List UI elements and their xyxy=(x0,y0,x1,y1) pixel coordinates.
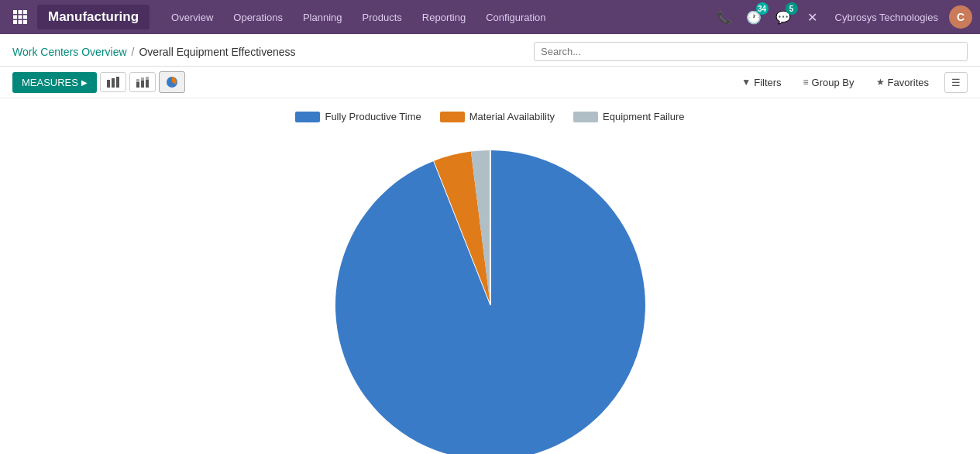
svg-rect-12 xyxy=(136,82,139,88)
search-input[interactable] xyxy=(541,46,961,57)
toolbar-left: MEASURES ▶ xyxy=(12,71,185,93)
star-icon: ★ xyxy=(876,77,885,88)
svg-rect-1 xyxy=(19,10,22,14)
message-badge: 5 xyxy=(786,2,798,15)
legend-label-1: Material Availability xyxy=(469,111,555,122)
svg-rect-4 xyxy=(19,15,22,19)
filters-button[interactable]: ▼ Filters xyxy=(735,73,787,92)
activity-icon[interactable]: 🕐 34 xyxy=(742,5,765,29)
app-brand[interactable]: Manufacturing xyxy=(37,5,150,29)
nav-configuration[interactable]: Configuration xyxy=(478,7,553,28)
top-navigation: Manufacturing Overview Operations Planni… xyxy=(0,0,980,34)
filter-icon: ▼ xyxy=(741,77,751,88)
svg-rect-8 xyxy=(23,20,27,24)
legend-color-2 xyxy=(573,112,598,122)
svg-rect-9 xyxy=(107,80,110,88)
svg-rect-11 xyxy=(116,77,119,88)
breadcrumb-row: Work Centers Overview / Overall Equipmen… xyxy=(0,34,980,67)
phone-icon[interactable]: 📞 xyxy=(713,5,736,29)
breadcrumb-separator: / xyxy=(132,46,135,58)
nav-products[interactable]: Products xyxy=(355,7,410,28)
activity-badge: 34 xyxy=(756,2,769,15)
svg-rect-2 xyxy=(23,10,27,14)
toolbar: MEASURES ▶ ▼ Filters ≡ xyxy=(0,67,980,98)
legend-color-0 xyxy=(295,112,320,122)
pie-chart xyxy=(297,135,684,454)
chart-area: Fully Productive Time Material Availabil… xyxy=(0,98,980,454)
nav-links: Overview Operations Planning Products Re… xyxy=(163,7,712,28)
stacked-bar-view-button[interactable] xyxy=(129,72,156,92)
svg-rect-17 xyxy=(146,77,149,80)
pie-chart-container xyxy=(12,135,968,454)
svg-rect-7 xyxy=(19,20,22,24)
svg-rect-6 xyxy=(13,20,17,24)
favorites-label: Favorites xyxy=(888,77,929,88)
breadcrumb-parent[interactable]: Work Centers Overview xyxy=(12,46,127,58)
grid-menu-icon[interactable] xyxy=(8,5,33,29)
measures-arrow-icon: ▶ xyxy=(81,78,88,87)
nav-reporting[interactable]: Reporting xyxy=(414,7,473,28)
groupby-icon: ≡ xyxy=(803,77,809,88)
legend-item-0: Fully Productive Time xyxy=(295,111,421,122)
topnav-right: 📞 🕐 34 💬 5 ✕ Cybrosys Technologies C xyxy=(713,5,972,29)
legend-label-2: Equipment Failure xyxy=(603,111,685,122)
groupby-label: Group By xyxy=(812,77,854,88)
legend-color-1 xyxy=(440,112,465,122)
svg-rect-13 xyxy=(136,79,139,82)
toolbar-right: ▼ Filters ≡ Group By ★ Favorites ☰ xyxy=(735,72,968,93)
nav-overview[interactable]: Overview xyxy=(163,7,221,28)
svg-rect-10 xyxy=(112,78,115,88)
search-bar[interactable] xyxy=(534,42,968,61)
settings-icon[interactable]: ✕ xyxy=(801,5,824,29)
groupby-button[interactable]: ≡ Group By xyxy=(797,73,861,92)
breadcrumb: Work Centers Overview / Overall Equipmen… xyxy=(12,46,296,58)
svg-rect-16 xyxy=(146,80,149,88)
company-name: Cybrosys Technologies xyxy=(835,12,938,23)
legend-item-2: Equipment Failure xyxy=(573,111,685,122)
measures-button[interactable]: MEASURES ▶ xyxy=(12,72,97,93)
svg-rect-15 xyxy=(141,77,144,81)
svg-rect-5 xyxy=(23,15,27,19)
breadcrumb-current: Overall Equipment Effectiveness xyxy=(139,46,295,58)
svg-rect-3 xyxy=(13,15,17,19)
nav-planning[interactable]: Planning xyxy=(295,7,350,28)
message-icon[interactable]: 💬 5 xyxy=(772,5,795,29)
svg-rect-14 xyxy=(141,81,144,88)
bar-chart-view-button[interactable] xyxy=(100,72,126,92)
chart-legend: Fully Productive Time Material Availabil… xyxy=(295,111,684,122)
legend-item-1: Material Availability xyxy=(440,111,555,122)
user-avatar[interactable]: C xyxy=(949,5,972,29)
favorites-button[interactable]: ★ Favorites xyxy=(870,73,935,92)
legend-label-0: Fully Productive Time xyxy=(325,111,421,122)
view-toggle-button[interactable]: ☰ xyxy=(944,72,968,93)
filters-label: Filters xyxy=(754,77,781,88)
svg-rect-0 xyxy=(13,10,17,14)
measures-label: MEASURES xyxy=(22,77,78,88)
pie-chart-view-button[interactable] xyxy=(159,71,185,93)
nav-operations[interactable]: Operations xyxy=(225,7,291,28)
